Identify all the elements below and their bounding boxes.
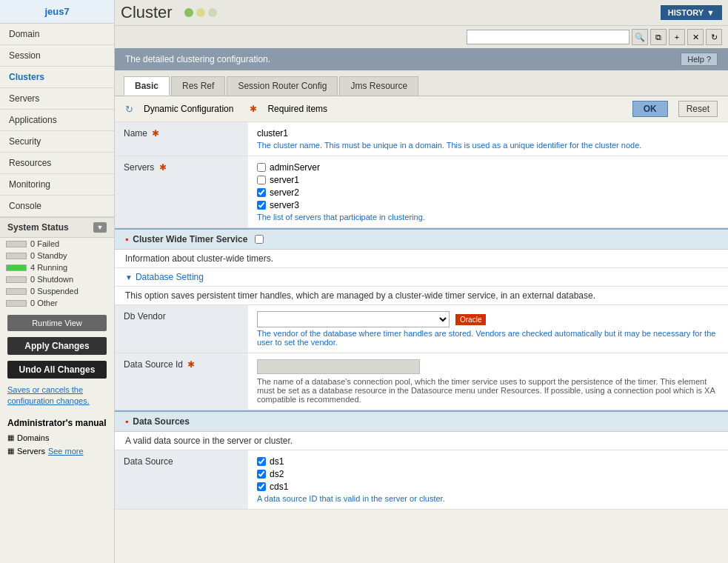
sidebar-item-resources[interactable]: Resources xyxy=(0,153,114,174)
data-source-label: Data Source xyxy=(115,450,248,510)
data-sources-desc: A valid data source in the server or clu… xyxy=(115,432,728,450)
content-area: Basic Res Ref Session Router Config Jms … xyxy=(115,70,728,563)
data-source-desc: A data source ID that is valid in the se… xyxy=(257,494,719,503)
sidebar-item-clusters[interactable]: Clusters xyxy=(0,67,114,88)
data-sources-icon: ▪ xyxy=(125,416,128,427)
cds1-row: cds1 xyxy=(257,482,719,492)
domains-icon: ▦ xyxy=(7,433,14,442)
sidebar-item-servers[interactable]: Servers xyxy=(0,88,114,110)
reset-button[interactable]: Reset xyxy=(678,101,718,117)
saves-description: Saves or cancels the configuration chang… xyxy=(0,382,114,410)
help-button[interactable]: Help ? xyxy=(681,53,718,66)
sidebar-item-domain[interactable]: Domain xyxy=(0,24,114,45)
dot-yellow xyxy=(196,8,205,17)
servers-value-cell: adminServer server1 server2 server3 Th xyxy=(248,156,728,228)
db-vendor-label: Db Vendor xyxy=(115,305,248,353)
name-value-cell: cluster1 The cluster name. This must be … xyxy=(248,122,728,156)
server-server2-row: server2 xyxy=(257,187,719,198)
see-more-link[interactable]: See more xyxy=(48,447,84,456)
data-source-id-row: Data Source Id ✱ The name of a database'… xyxy=(115,353,728,410)
main-content: Cluster HISTORY ▼ 🔍 ⧉ + ✕ ↻ The detailed… xyxy=(115,0,728,563)
tab-jms-resource[interactable]: Jms Resource xyxy=(339,76,418,96)
delete-icon[interactable]: ✕ xyxy=(687,29,704,45)
search-input[interactable] xyxy=(467,30,630,44)
name-desc: The cluster name. This must be unique in… xyxy=(257,141,719,150)
system-status-toggle[interactable]: ▼ xyxy=(93,222,107,233)
database-setting-header[interactable]: ▼ Database Setting xyxy=(115,268,728,287)
status-rows: 0 Failed0 Standby4 Running0 Shutdown0 Su… xyxy=(0,238,114,309)
oracle-badge: Oracle xyxy=(455,314,486,325)
data-source-id-desc: The name of a database's connection pool… xyxy=(257,377,719,404)
status-row-0-shutdown: 0 Shutdown xyxy=(0,273,114,285)
domains-link-label: Domains xyxy=(17,433,49,442)
server-server1-checkbox[interactable] xyxy=(257,176,266,184)
sidebar-item-monitoring[interactable]: Monitoring xyxy=(0,174,114,196)
status-row-0-standby: 0 Standby xyxy=(0,250,114,261)
data-source-value-cell: ds1 ds2 cds1 A data source ID that is va… xyxy=(248,450,728,510)
admin-link-domains[interactable]: ▦ Domains xyxy=(0,431,114,444)
cds1-checkbox[interactable] xyxy=(257,482,266,491)
refresh-icon[interactable]: ↻ xyxy=(706,29,722,45)
database-setting-desc: This option saves persistent timer handl… xyxy=(115,287,728,305)
tab-session-router[interactable]: Session Router Config xyxy=(227,76,338,96)
sidebar-item-session[interactable]: Session xyxy=(0,45,114,67)
timer-fields-table: Db Vendor Oracle MySQL PostgreSQL Oracle… xyxy=(115,305,728,410)
cluster-timer-desc: Information about cluster-wide timers. xyxy=(115,250,728,268)
add-icon[interactable]: + xyxy=(669,29,685,45)
ds2-checkbox[interactable] xyxy=(257,470,266,479)
status-row-4-running: 4 Running xyxy=(0,261,114,273)
nav-menu: DomainSessionClustersServersApplications… xyxy=(0,24,114,217)
help-icon: ? xyxy=(707,55,711,64)
server-server3-row: server3 xyxy=(257,200,719,210)
sidebar-item-applications[interactable]: Applications xyxy=(0,110,114,131)
data-sources-header: ▪ Data Sources xyxy=(115,410,728,432)
dot-light xyxy=(208,8,217,17)
data-source-row: Data Source ds1 ds2 cds1 A data source I xyxy=(115,450,728,510)
sidebar-item-security[interactable]: Security xyxy=(0,131,114,153)
search-icon[interactable]: 🔍 xyxy=(632,29,648,45)
database-setting-title: Database Setting xyxy=(136,272,204,282)
data-source-id-input[interactable] xyxy=(257,359,420,374)
runtime-view-button[interactable]: Runtime View xyxy=(7,315,107,331)
data-source-id-label: Data Source Id ✱ xyxy=(115,353,248,410)
admin-link-servers[interactable]: ▦ Servers See more xyxy=(0,444,114,458)
servers-desc: The list of servers that participate in … xyxy=(257,213,719,221)
ds-id-required-star: ✱ xyxy=(187,359,195,370)
server-adminserver-checkbox[interactable] xyxy=(257,163,266,172)
copy-icon[interactable]: ⧉ xyxy=(650,29,667,45)
subsection-arrow-icon: ▼ xyxy=(125,273,133,282)
servers-label: Servers ✱ xyxy=(115,156,248,228)
top-bar: Cluster HISTORY ▼ xyxy=(115,0,728,26)
cluster-timer-checkbox[interactable] xyxy=(255,235,264,244)
history-chevron-icon: ▼ xyxy=(707,8,715,17)
admin-manual-title: Administrator's manual xyxy=(0,410,114,431)
server-server2-checkbox[interactable] xyxy=(257,188,266,197)
ok-button[interactable]: OK xyxy=(632,101,668,117)
tabs-bar: Basic Res Ref Session Router Config Jms … xyxy=(115,70,728,96)
server-server3-checkbox[interactable] xyxy=(257,201,266,210)
data-source-id-cell: The name of a database's connection pool… xyxy=(248,353,728,410)
db-vendor-select[interactable]: Oracle MySQL PostgreSQL xyxy=(257,311,450,327)
search-toolbar: 🔍 ⧉ + ✕ ↻ xyxy=(115,26,728,48)
name-row: Name ✱ cluster1 The cluster name. This m… xyxy=(115,122,728,156)
status-row-0-other: 0 Other xyxy=(0,297,114,309)
status-row-0-failed: 0 Failed xyxy=(0,238,114,250)
tab-res-ref[interactable]: Res Ref xyxy=(171,76,225,96)
info-bar: The detailed clustering configuration. H… xyxy=(115,48,728,70)
undo-changes-button[interactable]: Undo All Changes xyxy=(7,361,107,379)
ds1-checkbox[interactable] xyxy=(257,457,266,466)
datasources-table: Data Source ds1 ds2 cds1 A data source I xyxy=(115,450,728,510)
server-adminserver-row: adminServer xyxy=(257,162,719,173)
required-icon: ✱ xyxy=(250,104,257,114)
username-display: jeus7 xyxy=(0,0,114,24)
servers-icon: ▦ xyxy=(7,447,14,455)
saves-link[interactable]: Saves or cancels the configuration chang… xyxy=(7,385,90,405)
name-label: Name ✱ xyxy=(115,122,248,156)
name-value: cluster1 xyxy=(257,128,719,139)
history-button[interactable]: HISTORY ▼ xyxy=(661,5,722,20)
db-vendor-value-cell: Oracle MySQL PostgreSQL Oracle The vendo… xyxy=(248,305,728,353)
dynamic-config-icon: ↻ xyxy=(125,104,133,115)
tab-basic[interactable]: Basic xyxy=(124,76,170,96)
apply-changes-button[interactable]: Apply Changes xyxy=(7,337,107,355)
sidebar-item-console[interactable]: Console xyxy=(0,196,114,217)
